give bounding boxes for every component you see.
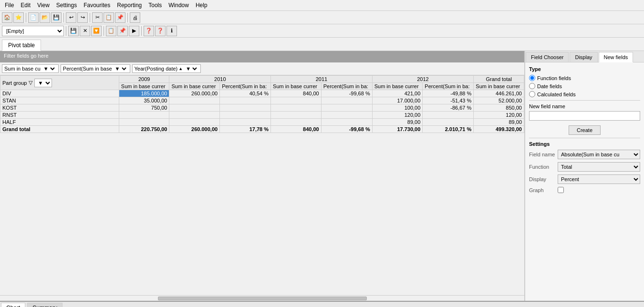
table-cell[interactable]: 89,00 (474, 119, 524, 126)
bottom-tab-summary[interactable]: Summary (27, 303, 62, 307)
table-cell[interactable] (423, 119, 474, 126)
copy-button[interactable]: 📋 (104, 12, 114, 23)
print-button[interactable]: 🖨 (130, 12, 140, 23)
table-cell[interactable]: 52.000,00 (474, 97, 524, 104)
h-scroll-thumb[interactable] (158, 297, 367, 300)
bottom-tab-chart[interactable]: Chart (1, 303, 25, 307)
tab-new-fields[interactable]: New fields (599, 52, 634, 62)
table-cell[interactable]: 499.320,00 (474, 126, 524, 133)
sort-asc-icon[interactable]: ▲ (178, 66, 183, 71)
undo-button[interactable]: ↩ (66, 12, 76, 23)
table-cell[interactable]: 17,78 % (220, 126, 271, 133)
field-pill-1[interactable]: Sum in base cu ▼ (2, 64, 59, 73)
table-cell[interactable]: 89,00 (372, 119, 423, 126)
menu-help[interactable]: Help (193, 1, 210, 10)
radio-function-input[interactable] (529, 75, 535, 81)
table-cell[interactable] (271, 104, 322, 112)
table-cell[interactable]: 40,54 % (220, 90, 271, 97)
tab-field-chooser[interactable]: Field Chooser (526, 52, 569, 62)
menu-file[interactable]: File (2, 1, 17, 10)
table-cell[interactable] (271, 97, 322, 104)
table-cell[interactable]: 840,00 (271, 90, 322, 97)
table-cell[interactable]: -99,68 % (321, 126, 372, 133)
field-name-select[interactable]: Absolute(Sum in base cu (558, 150, 640, 159)
table-cell[interactable]: 100,00 (372, 104, 423, 112)
tab-display[interactable]: Display (570, 52, 597, 62)
table-cell[interactable] (169, 104, 220, 112)
table-cell[interactable]: 185.000,00 (119, 90, 169, 97)
part-group-select[interactable]: ▼ (34, 79, 52, 87)
table-cell[interactable]: 35.000,00 (119, 97, 169, 104)
pivot-table-tab[interactable]: Pivot table (2, 40, 41, 51)
table-cell[interactable]: 850,00 (474, 104, 524, 112)
table-cell[interactable] (169, 119, 220, 126)
copy2-button[interactable]: 📋 (106, 26, 116, 36)
table-cell[interactable] (169, 97, 220, 104)
table-cell[interactable] (220, 104, 271, 112)
h-scrollbar[interactable] (0, 295, 524, 301)
table-cell[interactable]: 17.730,00 (372, 126, 423, 133)
menu-reporting[interactable]: Reporting (114, 1, 145, 10)
field-pill-3-dropdown[interactable]: ▼ (184, 65, 198, 72)
table-cell[interactable] (271, 112, 322, 119)
function-select[interactable]: Total (558, 162, 640, 172)
radio-date-input[interactable] (529, 83, 535, 89)
table-cell[interactable]: -49,88 % (423, 90, 474, 97)
table-cell[interactable]: 120,00 (372, 112, 423, 119)
table-cell[interactable]: 120,00 (474, 112, 524, 119)
menu-favourites[interactable]: Favourites (81, 1, 113, 10)
redo-button[interactable]: ↪ (77, 12, 88, 23)
menu-edit[interactable]: Edit (18, 1, 33, 10)
create-button[interactable]: Create (569, 125, 601, 135)
field-pill-3[interactable]: Year(Posting date) ▲ ▼ (132, 64, 201, 73)
table-cell[interactable] (321, 112, 372, 119)
field-pill-1-dropdown[interactable]: ▼ (42, 65, 56, 72)
menu-tools[interactable]: Tools (145, 1, 165, 10)
filter-icon[interactable]: ▽ (29, 80, 32, 86)
funnel-button[interactable]: 🔽 (91, 26, 102, 36)
radio-function-fields[interactable]: Function fields (529, 75, 640, 81)
table-cell[interactable] (119, 119, 169, 126)
home-button[interactable]: 🏠 (2, 12, 12, 23)
menu-settings[interactable]: Settings (53, 1, 80, 10)
menu-window[interactable]: Window (166, 1, 192, 10)
field-pill-2[interactable]: Percent(Sum in base ▼ (61, 64, 130, 73)
radio-calculated-input[interactable] (529, 91, 535, 97)
table-cell[interactable] (220, 97, 271, 104)
table-cell[interactable]: 220.750,00 (119, 126, 169, 133)
table-cell[interactable]: 446.261,00 (474, 90, 524, 97)
table-cell[interactable]: 2.010,71 % (423, 126, 474, 133)
display-select[interactable]: Percent (558, 174, 640, 184)
paste-button[interactable]: 📌 (115, 12, 125, 23)
table-cell[interactable]: 260.000,00 (169, 126, 220, 133)
table-cell[interactable]: 17.000,00 (372, 97, 423, 104)
help1-button[interactable]: ❓ (144, 26, 154, 36)
clear-filter-button[interactable]: ✕ (80, 26, 90, 36)
table-cell[interactable] (321, 119, 372, 126)
paste2-button[interactable]: 📌 (117, 26, 128, 36)
nav-button[interactable]: ▶ (129, 26, 139, 36)
help2-button[interactable]: ❓ (155, 26, 166, 36)
table-cell[interactable]: 421,00 (372, 90, 423, 97)
info-button[interactable]: ℹ (166, 26, 177, 36)
table-cell[interactable] (321, 104, 372, 112)
table-cell[interactable]: 840,00 (271, 126, 322, 133)
cut-button[interactable]: ✂ (92, 12, 103, 23)
table-cell[interactable] (220, 112, 271, 119)
table-cell[interactable]: 750,00 (119, 104, 169, 112)
open-button[interactable]: 📂 (40, 12, 50, 23)
table-cell[interactable]: -99,68 % (321, 90, 372, 97)
new-button[interactable]: 📄 (28, 12, 39, 23)
table-cell[interactable]: -86,67 % (423, 104, 474, 112)
radio-calculated-fields[interactable]: Calculated fields (529, 91, 640, 97)
star-button[interactable]: ⭐ (13, 12, 24, 23)
save-button[interactable]: 💾 (51, 12, 62, 23)
field-pill-2-dropdown[interactable]: ▼ (113, 65, 128, 72)
table-cell[interactable]: -51,43 % (423, 97, 474, 104)
table-cell[interactable] (271, 119, 322, 126)
save-filter-button[interactable]: 💾 (68, 26, 79, 36)
table-cell[interactable] (423, 112, 474, 119)
filter-select[interactable]: [Empty] (2, 26, 64, 36)
table-cell[interactable] (169, 112, 220, 119)
table-cell[interactable]: 260.000,00 (169, 90, 220, 97)
